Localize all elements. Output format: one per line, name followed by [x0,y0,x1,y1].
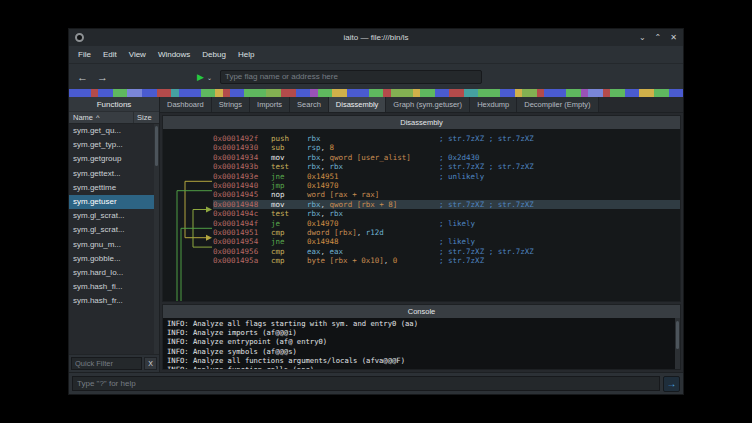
function-list-item[interactable]: sym.hard_lo... [69,266,159,280]
colorbar-segment [157,89,172,97]
clear-filter-button[interactable]: X [144,357,157,370]
tab-search[interactable]: Search [290,97,329,112]
disasm-line[interactable]: 0x00014934movrbx, qword [user_alist]; 0x… [213,153,680,162]
disassembly-body[interactable]: 0x0001492fpushrbx; str.7zXZ ; str.7zXZ0x… [163,129,680,301]
disasm-line[interactable]: 0x00014930subrsp, 8 [213,143,680,152]
colorbar-segment [201,89,216,97]
disasm-operands: 0x14970 [307,219,439,228]
tab-dashboard[interactable]: Dashboard [160,97,212,112]
colorbar-segment [500,89,515,97]
tab-disassembly[interactable]: Disassembly [329,97,387,112]
function-list-item[interactable]: sym.gettime [69,181,159,195]
menu-item-file[interactable]: File [72,50,97,59]
colorbar-segment [171,89,178,97]
address-input[interactable] [220,70,482,84]
close-button[interactable]: ✕ [670,33,677,42]
disasm-line[interactable]: 0x0001495acmpbyte [rbx + 0x10], 0; str.7… [213,256,680,265]
disasm-address: 0x0001493e [213,172,271,181]
function-list-item[interactable]: sym.hash_fi... [69,280,159,294]
app-window: iaito — file:///bin/ls ⌄ ⌃ ✕ FileEditVie… [68,28,684,395]
tab-strings[interactable]: Strings [212,97,250,112]
console-scrollbar[interactable] [675,318,680,369]
menu-bar: FileEditViewWindowsDebugHelp [69,46,683,63]
function-list-item[interactable]: sym.gnu_m... [69,238,159,252]
disasm-line[interactable]: 0x0001493ejne0x14951; unlikely [213,172,680,181]
main-area: Functions Name ^ Size sym.get_qu...sym.g… [69,97,683,372]
colorbar-segment [369,89,384,97]
disasm-line[interactable]: 0x00014951cmpdword [rbx], r12d [213,228,680,237]
window-controls: ⌄ ⌃ ✕ [639,33,677,42]
colorbar-segment [537,89,544,97]
menu-item-debug[interactable]: Debug [196,50,232,59]
run-dropdown-icon[interactable]: ⌄ [207,74,212,81]
colorbar-segment [435,89,450,97]
maximize-button[interactable]: ⌃ [655,33,662,42]
function-list-item[interactable]: sym.getgroup [69,152,159,166]
function-list-item[interactable]: sym.hash_fr... [69,294,159,308]
disasm-address: 0x00014945 [213,190,271,199]
disasm-line[interactable]: 0x0001494ctestrbx, rbx [213,209,680,218]
disasm-mnemonic: push [271,134,307,143]
disasm-operands: word [rax + rax] [307,190,439,199]
command-send-button[interactable]: → [663,376,680,392]
functions-scrollbar[interactable] [154,124,159,354]
forward-button[interactable]: → [97,71,108,83]
function-list-item[interactable]: sym.gettext... [69,167,159,181]
disasm-operands: dword [rbx], r12d [307,228,439,237]
tab-graph-sym-getuser[interactable]: Graph (sym.getuser) [386,97,470,112]
disasm-operands: byte [rbx + 0x10], 0 [307,256,439,265]
colorbar-segment [296,89,311,97]
column-header-name[interactable]: Name ^ [69,112,133,123]
disasm-comment: ; likely [439,219,475,228]
function-list-item[interactable]: sym.get_qu... [69,124,159,138]
shade-button[interactable]: ⌄ [639,33,646,42]
menu-item-edit[interactable]: Edit [97,50,123,59]
disasm-comment: ; str.7zXZ ; str.7zXZ [439,200,534,209]
colorbar-segment [215,89,222,97]
disasm-line[interactable]: 0x00014945nopword [rax + rax] [213,190,680,199]
command-input[interactable] [72,376,660,391]
colorbar-segment [581,89,588,97]
function-list-item[interactable]: sym.gobble... [69,252,159,266]
tab-imports[interactable]: Imports [250,97,290,112]
address-colorbar[interactable] [69,89,683,97]
disasm-line[interactable]: 0x0001493btestrbx, rbx; str.7zXZ ; str.7… [213,162,680,171]
disasm-line[interactable]: 0x0001494fje0x14970; likely [213,219,680,228]
colorbar-segment [281,89,296,97]
colorbar-segment [91,89,98,97]
tab-decompiler-empty[interactable]: Decompiler (Empty) [517,97,598,112]
disasm-address: 0x00014954 [213,237,271,246]
disasm-line[interactable]: 0x00014954jne0x14948; likely [213,237,680,246]
disasm-line[interactable]: 0x0001492fpushrbx; str.7zXZ ; str.7zXZ [213,134,680,143]
functions-scrollbar-thumb[interactable] [155,126,158,166]
disasm-operands: rsp, 8 [307,143,439,152]
console-panel: Console INFO: Analyze all flags starting… [162,304,681,370]
function-list-item[interactable]: sym.gl_scrat... [69,209,159,223]
colorbar-segment [610,89,625,97]
function-list-item[interactable]: sym.get_typ... [69,138,159,152]
quick-filter-input[interactable] [71,357,142,370]
disasm-address: 0x00014930 [213,143,271,152]
function-list-item[interactable]: sym.gl_scrat... [69,223,159,237]
back-button[interactable]: ← [77,71,88,83]
colorbar-segment [113,89,128,97]
menu-item-view[interactable]: View [123,50,152,59]
colorbar-segment [478,89,500,97]
function-list-item[interactable]: sym.getuser [69,195,159,209]
console-output[interactable]: INFO: Analyze all flags starting with sy… [163,318,680,369]
column-header-size[interactable]: Size [133,112,159,123]
tab-hexdump[interactable]: Hexdump [470,97,517,112]
disasm-line[interactable]: 0x00014956cmpeax, eax; str.7zXZ ; str.7z… [213,247,680,256]
console-scrollbar-thumb[interactable] [676,321,679,349]
disasm-line[interactable]: 0x00014940jmp0x14970 [213,181,680,190]
title-bar[interactable]: iaito — file:///bin/ls ⌄ ⌃ ✕ [69,29,683,46]
colorbar-segment [464,89,479,97]
disasm-operands: 0x14970 [307,181,439,190]
menu-item-windows[interactable]: Windows [152,50,196,59]
disasm-line[interactable]: 0x00014948movrbx, qword [rbx + 8]; str.7… [213,200,680,209]
run-icon[interactable]: ▶ [197,72,204,82]
disasm-mnemonic: test [271,162,307,171]
command-bar: → [69,372,683,394]
functions-panel: Functions Name ^ Size sym.get_qu...sym.g… [69,97,160,372]
menu-item-help[interactable]: Help [232,50,260,59]
